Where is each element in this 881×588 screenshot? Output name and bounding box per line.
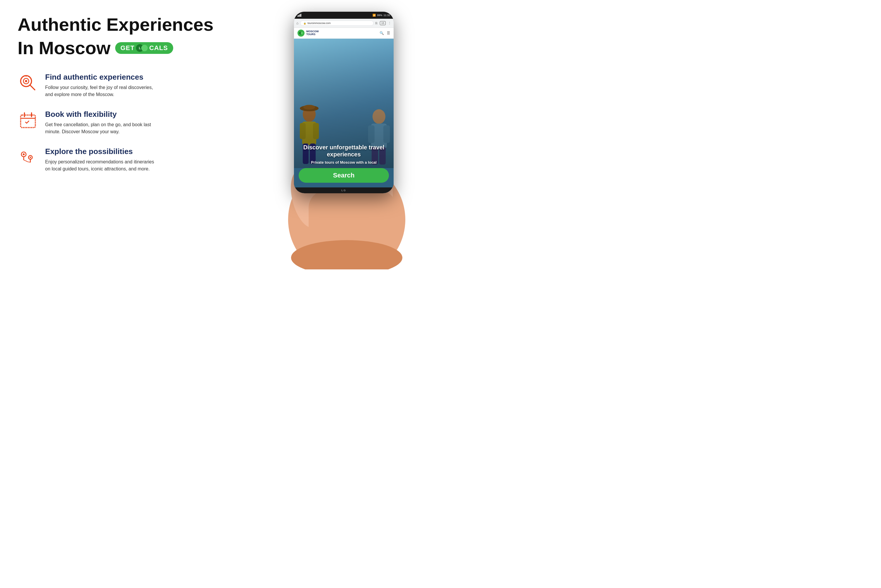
svg-line-5	[30, 85, 35, 90]
hero-main-title: Discover unforgettable travel experience…	[298, 144, 389, 158]
phone-bottom-bar: LG	[294, 188, 394, 193]
getlocals-text2: CALS	[149, 45, 168, 51]
menu-icon[interactable]: ☰	[387, 31, 390, 35]
phone-status-bar: 📶 99% 11:32	[294, 12, 394, 19]
feature-explore: Explore the possibilities Enjoy personal…	[18, 147, 259, 172]
explore-title: Explore the possibilities	[45, 147, 259, 156]
getlocals-text: GET	[120, 45, 135, 51]
svg-point-1	[141, 45, 148, 51]
book-desc: Get free cancellation, plan on the go, a…	[45, 121, 156, 135]
hero-text-block: Discover unforgettable travel experience…	[294, 140, 394, 168]
hero-area: Discover unforgettable travel experience…	[294, 39, 394, 188]
find-title: Find authentic experiences	[45, 73, 259, 82]
svg-rect-27	[301, 14, 302, 17]
left-section: Authentic Experiences In Moscow GET L CA…	[18, 12, 271, 172]
lock-icon: 🔒	[303, 22, 306, 25]
search-btn-area: Search	[294, 168, 394, 188]
status-time: 11:32	[383, 14, 390, 17]
site-logo: MOSCOW TOURS	[298, 30, 319, 37]
url-text: toursinmoscow.com	[307, 22, 331, 25]
feature-find: Find authentic experiences Follow your c…	[18, 73, 259, 98]
magnify-icon	[18, 74, 38, 93]
search-button[interactable]: Search	[299, 168, 389, 183]
title-block: Authentic Experiences In Moscow GET L CA…	[18, 15, 259, 58]
hand-phone-wrapper: 📶 99% 11:32 ⌂ 🔒 toursinmoscow.com	[271, 6, 423, 269]
find-content: Find authentic experiences Follow your c…	[45, 73, 259, 98]
page-container: Authentic Experiences In Moscow GET L CA…	[0, 0, 440, 294]
nav-icons: 🔍 ☰	[380, 31, 390, 35]
phone-frame: 📶 99% 11:32 ⌂ 🔒 toursinmoscow.com	[294, 12, 394, 193]
share-icon[interactable]: ⎘	[376, 21, 377, 25]
browser-bar: ⌂ 🔒 toursinmoscow.com ⎘ 15 ⋮	[294, 19, 394, 28]
logo-icon	[299, 31, 303, 35]
status-right: 📶 99% 11:32	[373, 14, 390, 17]
getlocals-badge: GET L CALS	[115, 42, 173, 54]
browser-home-icon[interactable]: ⌂	[296, 21, 298, 25]
browser-actions: ⎘ 15 ⋮	[376, 21, 391, 25]
svg-rect-24	[298, 15, 298, 17]
svg-text:L: L	[139, 46, 141, 50]
explore-icon-wrapper	[18, 147, 38, 168]
find-icon-wrapper	[18, 73, 38, 93]
more-icon[interactable]: ⋮	[388, 21, 391, 25]
explore-content: Explore the possibilities Enjoy personal…	[45, 147, 259, 172]
getlocals-icon: L	[136, 44, 148, 52]
phone-screen: ⌂ 🔒 toursinmoscow.com ⎘ 15 ⋮	[294, 19, 394, 193]
main-title: Authentic Experiences In Moscow GET L CA…	[18, 15, 259, 58]
logo-text: MOSCOW TOURS	[306, 30, 319, 36]
right-section: 📶 99% 11:32 ⌂ 🔒 toursinmoscow.com	[271, 12, 423, 269]
wifi-icon: 📶	[373, 14, 376, 17]
features-list: Find authentic experiences Follow your c…	[18, 73, 259, 172]
book-icon-wrapper	[18, 110, 38, 130]
search-nav-icon[interactable]: 🔍	[380, 31, 384, 35]
title-line1: Authentic Experiences	[18, 15, 259, 34]
logo-badge	[298, 30, 305, 37]
title-line2-wrap: In Moscow GET L CALS	[18, 38, 173, 58]
title-line2: In Moscow	[18, 38, 110, 58]
book-title: Book with flexibility	[45, 110, 259, 119]
feature-book: Book with flexibility Get free cancellat…	[18, 110, 259, 135]
svg-point-6	[25, 80, 27, 82]
tabs-icon[interactable]: 15	[380, 21, 386, 25]
explore-desc: Enjoy personalized recommendations and i…	[45, 158, 156, 172]
calendar-icon	[18, 111, 38, 130]
battery-pct: 99%	[377, 14, 382, 17]
hero-subtitle: Private tours of Moscow with a local	[298, 160, 389, 165]
signal-icon	[298, 14, 302, 17]
phone-brand: LG	[341, 189, 346, 192]
book-content: Book with flexibility Get free cancellat…	[45, 110, 259, 135]
site-nav: MOSCOW TOURS 🔍 ☰	[294, 28, 394, 39]
find-desc: Follow your curiosity, feel the joy of r…	[45, 84, 156, 98]
svg-point-29	[301, 32, 303, 34]
svg-rect-26	[299, 14, 301, 17]
svg-point-13	[23, 153, 25, 156]
svg-rect-25	[299, 15, 299, 17]
url-bar: 🔒 toursinmoscow.com	[300, 21, 374, 26]
svg-point-15	[30, 157, 31, 158]
map-pin-icon	[18, 148, 38, 167]
status-left	[298, 14, 302, 17]
